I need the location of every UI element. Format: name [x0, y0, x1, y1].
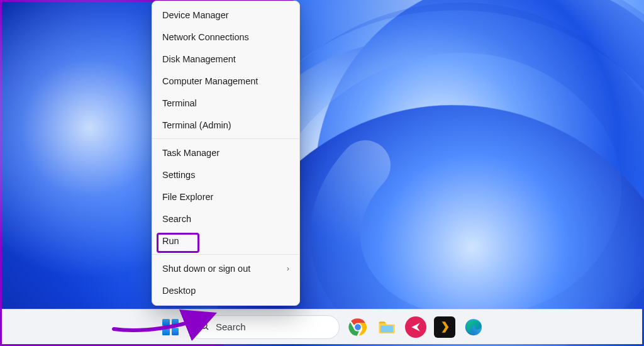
menu-item-label: Run [162, 236, 179, 246]
svg-line-1 [206, 328, 208, 330]
search-placeholder: Search [216, 321, 246, 332]
menu-item-device-manager[interactable]: Device Manager [152, 4, 299, 26]
menu-item-label: Terminal [162, 98, 197, 108]
menu-item-settings[interactable]: Settings [152, 164, 299, 186]
taskbar-app-plex[interactable] [434, 316, 455, 338]
chrome-icon [348, 318, 367, 337]
taskbar-app-file-explorer[interactable] [376, 316, 397, 338]
menu-item-label: Settings [162, 170, 195, 180]
taskbar-app-send-anywhere[interactable] [405, 316, 426, 338]
menu-item-label: Search [162, 214, 191, 224]
menu-item-label: Desktop [162, 286, 196, 296]
taskbar-search[interactable]: Search [189, 315, 340, 339]
send-anywhere-icon [410, 321, 421, 333]
menu-item-computer-management[interactable]: Computer Management [152, 70, 299, 92]
svg-rect-6 [435, 318, 454, 337]
desktop: Device Manager Network Connections Disk … [0, 0, 644, 346]
menu-item-shut-down[interactable]: Shut down or sign out › [152, 257, 299, 279]
menu-separator [152, 254, 299, 255]
menu-item-label: Device Manager [162, 10, 229, 20]
plex-icon [435, 318, 454, 337]
taskbar-app-chrome[interactable] [347, 316, 369, 338]
taskbar-app-edge[interactable] [463, 316, 484, 338]
menu-item-label: Terminal (Admin) [162, 120, 231, 130]
menu-item-label: Task Manager [162, 148, 219, 158]
menu-item-network-connections[interactable]: Network Connections [152, 26, 299, 48]
menu-item-label: File Explorer [162, 192, 213, 202]
menu-separator [152, 138, 299, 139]
menu-item-desktop[interactable]: Desktop [152, 279, 299, 301]
menu-item-label: Network Connections [162, 32, 249, 42]
start-context-menu: Device Manager Network Connections Disk … [152, 1, 300, 306]
chevron-right-icon: › [287, 264, 289, 273]
menu-item-disk-management[interactable]: Disk Management [152, 48, 299, 70]
menu-item-label: Computer Management [162, 76, 258, 86]
menu-item-terminal-admin[interactable]: Terminal (Admin) [152, 114, 299, 136]
menu-item-file-explorer[interactable]: File Explorer [152, 186, 299, 208]
menu-item-run[interactable]: Run [152, 230, 299, 252]
menu-item-search[interactable]: Search [152, 208, 299, 230]
svg-rect-5 [380, 325, 393, 332]
start-button[interactable] [160, 316, 181, 338]
svg-point-0 [201, 323, 207, 328]
menu-item-label: Shut down or sign out [162, 264, 250, 274]
svg-point-4 [355, 324, 361, 330]
menu-item-terminal[interactable]: Terminal [152, 92, 299, 114]
search-icon [199, 321, 209, 333]
menu-item-task-manager[interactable]: Task Manager [152, 142, 299, 164]
file-explorer-icon [377, 318, 396, 337]
menu-item-label: Disk Management [162, 54, 236, 64]
taskbar: Search [2, 309, 642, 344]
edge-icon [464, 318, 483, 337]
